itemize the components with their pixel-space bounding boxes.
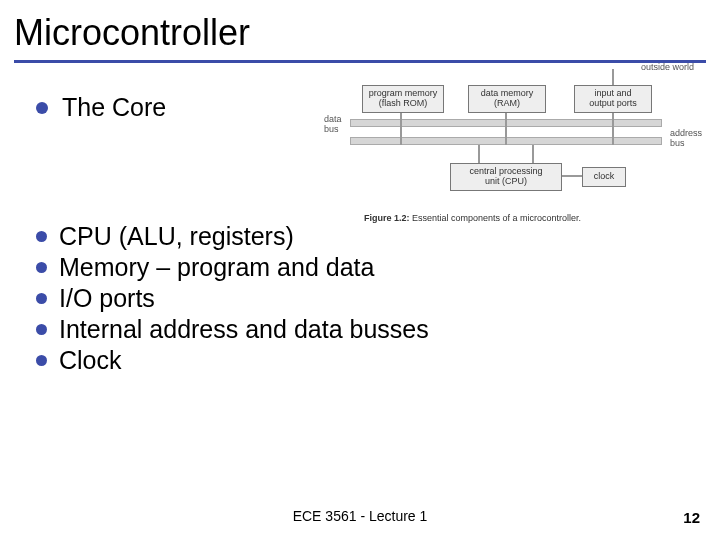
- diagram-label-address-bus: address bus: [670, 129, 702, 149]
- list-item-label: Memory – program and data: [59, 253, 374, 282]
- diagram-text: (flash ROM): [379, 99, 428, 109]
- diagram-box-cpu: central processing unit (CPU): [450, 163, 562, 191]
- list-item-label: Clock: [59, 346, 122, 375]
- diagram-box-io-ports: input and output ports: [574, 85, 652, 113]
- diagram-connector: [612, 69, 614, 85]
- list-item: Clock: [36, 346, 700, 375]
- content-area: The Core outside world program memory (f…: [0, 63, 720, 375]
- list-item-label: CPU (ALU, registers): [59, 222, 294, 251]
- core-list: CPU (ALU, registers) Memory – program an…: [36, 222, 700, 375]
- bullet-icon: [36, 262, 47, 273]
- list-item-label: I/O ports: [59, 284, 155, 313]
- diagram-connector: [532, 145, 534, 165]
- diagram-text: (RAM): [494, 99, 520, 109]
- diagram-box-data-memory: data memory (RAM): [468, 85, 546, 113]
- slide-title: Microcontroller: [0, 0, 720, 60]
- diagram-box-clock: clock: [582, 167, 626, 187]
- bullet-icon: [36, 102, 48, 114]
- list-item: Memory – program and data: [36, 253, 700, 282]
- diagram-connector: [400, 113, 402, 145]
- diagram-connector: [505, 113, 507, 145]
- diagram-text: unit (CPU): [485, 177, 527, 187]
- diagram-connector: [478, 145, 480, 165]
- diagram-box-program-memory: program memory (flash ROM): [362, 85, 444, 113]
- bullet-icon: [36, 231, 47, 242]
- list-item: I/O ports: [36, 284, 700, 313]
- list-item: Internal address and data busses: [36, 315, 700, 344]
- microcontroller-diagram: outside world program memory (flash ROM)…: [300, 67, 704, 217]
- diagram-caption-text: Essential components of a microcontrolle…: [412, 213, 581, 223]
- list-item-label: Internal address and data busses: [59, 315, 429, 344]
- diagram-caption-label: Figure 1.2:: [364, 213, 410, 223]
- diagram-caption: Figure 1.2: Essential components of a mi…: [364, 213, 581, 223]
- diagram-connector: [562, 175, 582, 177]
- page-number: 12: [683, 509, 700, 526]
- diagram-text: output ports: [589, 99, 637, 109]
- section-heading: The Core: [62, 93, 166, 122]
- footer-text: ECE 3561 - Lecture 1: [0, 508, 720, 524]
- diagram-text: clock: [594, 172, 615, 182]
- bullet-icon: [36, 324, 47, 335]
- bullet-icon: [36, 293, 47, 304]
- diagram-connector: [612, 113, 614, 145]
- diagram-label-outside-world: outside world: [641, 63, 694, 73]
- bullet-icon: [36, 355, 47, 366]
- diagram-label-data-bus: data bus: [324, 115, 342, 135]
- list-item: CPU (ALU, registers): [36, 222, 700, 251]
